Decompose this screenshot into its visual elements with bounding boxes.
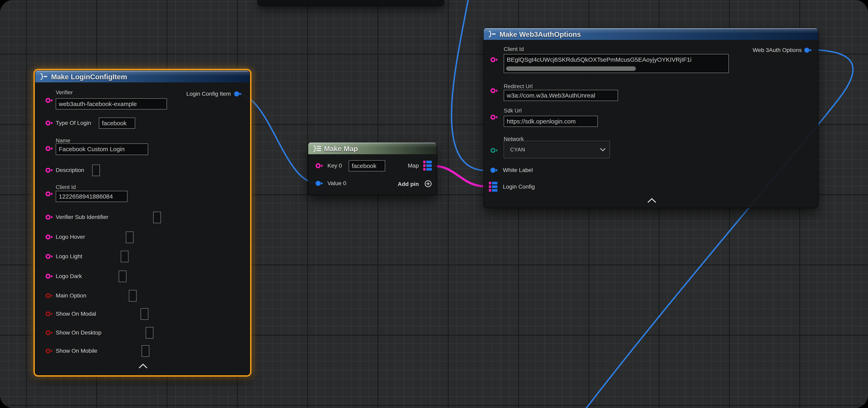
input-pin-description[interactable] — [45, 167, 54, 173]
client-id-scrollbar[interactable] — [506, 66, 636, 71]
input-pin-type-of-login[interactable] — [45, 120, 54, 126]
key0-input[interactable]: facebook — [349, 160, 385, 171]
pin-label-logo-hover: Logo Hover — [56, 234, 85, 240]
pin-label-main-option: Main Option — [56, 292, 86, 299]
collapse-node-button[interactable] — [138, 363, 148, 369]
input-pin-logo-dark[interactable] — [45, 273, 54, 279]
node-header-make-web3authoptions[interactable]: Make Web3AuthOptions — [484, 28, 818, 40]
make-struct-icon — [40, 73, 49, 80]
input-pin-verifier-sub-identifier[interactable] — [45, 214, 54, 220]
pin-label-show-on-mobile: Show On Mobile — [56, 347, 97, 354]
name-input[interactable]: Facebook Custom Login — [56, 143, 148, 155]
redirect-url-input[interactable]: w3a://com.w3a.Web3AuthUnreal — [504, 90, 618, 101]
input-pin-value0[interactable] — [315, 180, 324, 186]
input-pin-sdk-url[interactable] — [490, 114, 499, 120]
chevron-down-icon — [600, 148, 606, 151]
make-map-icon — [313, 145, 322, 152]
show-on-modal-input[interactable] — [141, 308, 148, 320]
show-on-mobile-input[interactable] — [142, 345, 149, 357]
pin-label-verifier-sub-identifier: Verifier Sub Identifier — [56, 214, 108, 220]
node-header-make-loginconfigitem[interactable]: Make LoginConfigItem — [35, 71, 250, 82]
output-pin-web3auth-options[interactable] — [804, 47, 813, 53]
input-pin-login-config[interactable] — [489, 181, 498, 193]
pin-label-value0: Value 0 — [328, 180, 346, 187]
network-selected-value: CYAN — [510, 146, 525, 153]
output-label-web3auth-options: Web 3Auth Options — [753, 47, 802, 54]
show-on-desktop-input[interactable] — [146, 327, 153, 339]
verifier-input[interactable]: web3auth-facebook-example — [56, 98, 167, 109]
pin-label-logo-dark: Logo Dark — [56, 273, 82, 280]
node-make-loginconfigitem[interactable]: Make LoginConfigItem Login Config Item V… — [35, 70, 250, 375]
field-label-verifier: Verifier — [56, 89, 73, 96]
sdk-url-input[interactable]: https://sdk.openlogin.com — [504, 116, 598, 127]
network-dropdown[interactable]: CYAN — [504, 141, 610, 158]
logo-dark-input[interactable] — [119, 271, 126, 282]
pin-label-logo-light: Logo Light — [56, 253, 82, 260]
add-pin-label: Add pin — [398, 181, 419, 188]
field-label-name: Name — [56, 137, 70, 144]
input-pin-show-on-desktop[interactable] — [45, 330, 54, 336]
node-header-make-map[interactable]: Make Map — [308, 142, 437, 154]
offscreen-node-top[interactable] — [258, 0, 444, 6]
input-pin-show-on-modal[interactable] — [45, 311, 54, 317]
output-label-login-config-item: Login Config Item — [186, 91, 231, 97]
wire-top-to-white-label[interactable] — [452, 0, 487, 171]
output-pin-login-config-item[interactable] — [234, 91, 243, 97]
input-pin-redirect-url[interactable] — [490, 88, 499, 94]
field-label-client-id: Client Id — [504, 46, 524, 53]
pin-label-show-on-desktop: Show On Desktop — [56, 329, 101, 336]
collapse-node-button[interactable] — [647, 198, 656, 203]
field-label-redirect-url: Redirect Url — [504, 83, 533, 90]
logo-light-input[interactable] — [121, 251, 128, 262]
add-pin-button[interactable] — [424, 180, 432, 188]
type-of-login-input[interactable]: facebook — [99, 117, 135, 129]
blueprint-graph-canvas[interactable]: Make LoginConfigItem Login Config Item V… — [0, 0, 868, 408]
input-pin-logo-light[interactable] — [45, 253, 54, 260]
pin-label-type-of-login: Type Of Login — [56, 120, 91, 127]
input-pin-key0[interactable] — [315, 163, 324, 169]
client-id-input[interactable]: BEglQSgt4cUWcj6SKRdu5QkOXTsePmMcusG5EAoy… — [504, 54, 729, 73]
output-pin-map[interactable] — [423, 160, 433, 171]
client-id-text: BEglQSgt4cUWcj6SKRdu5QkOXTsePmMcusG5EAoy… — [507, 56, 691, 63]
main-option-input[interactable] — [129, 290, 136, 302]
output-label-map: Map — [408, 162, 419, 169]
input-pin-logo-hover[interactable] — [45, 234, 54, 240]
input-pin-network[interactable] — [490, 147, 499, 154]
node-title: Make Map — [324, 145, 358, 153]
verifier-sub-identifier-input[interactable] — [153, 212, 161, 223]
node-make-map[interactable]: Make Map Key 0 facebook Map Value 0 Add … — [308, 142, 437, 196]
field-label-sdk-url: Sdk Url — [504, 107, 522, 114]
make-struct-icon — [488, 31, 497, 37]
description-input[interactable] — [92, 165, 100, 176]
input-pin-white-label[interactable] — [490, 167, 499, 173]
input-pin-main-option[interactable] — [45, 293, 54, 299]
logo-hover-input[interactable] — [126, 232, 133, 243]
input-pin-verifier[interactable] — [45, 97, 54, 103]
pin-label-description: Description — [56, 167, 84, 174]
client-id-input[interactable]: 1222658941886084 — [56, 191, 127, 202]
input-pin-name[interactable] — [45, 145, 54, 151]
pin-label-login-config: Login Config — [503, 183, 535, 190]
node-make-web3authoptions[interactable]: Make Web3AuthOptions Web 3Auth Options C… — [483, 28, 818, 208]
input-pin-client-id[interactable] — [490, 57, 499, 63]
field-label-client-id: Client Id — [56, 184, 76, 191]
input-pin-client-id[interactable] — [45, 191, 54, 197]
pin-label-white-label: White Label — [503, 167, 533, 174]
pin-label-key0: Key 0 — [328, 162, 342, 169]
node-title: Make Web3AuthOptions — [499, 30, 581, 38]
pin-label-show-on-modal: Show On Modal — [56, 310, 96, 317]
node-title: Make LoginConfigItem — [51, 73, 127, 81]
input-pin-show-on-mobile[interactable] — [45, 348, 54, 354]
